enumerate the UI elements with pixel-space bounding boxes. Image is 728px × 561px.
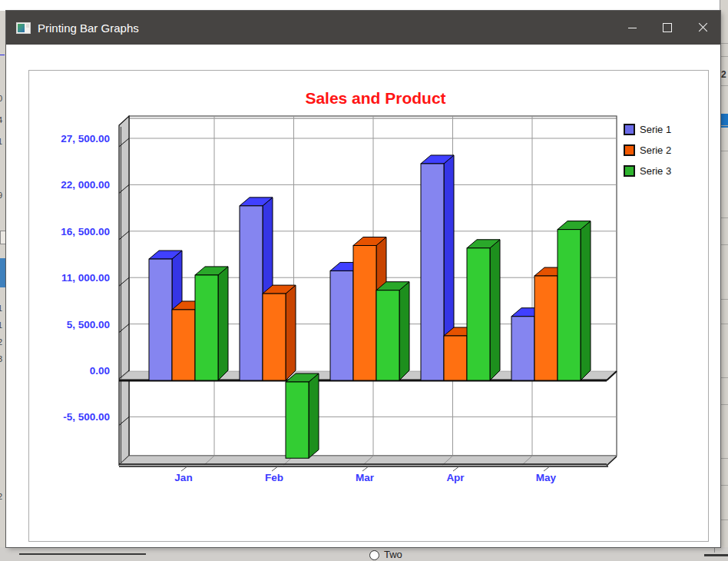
bar-serie1-Mar (330, 271, 353, 380)
background-divider-fragment (720, 85, 728, 86)
background-digit-fragment: 9 (0, 191, 2, 200)
window-controls (614, 11, 720, 45)
bar-serie2-Feb (263, 294, 286, 380)
legend-item: Serie 3 (624, 163, 671, 178)
background-window-left-sliver: 041911232 (0, 11, 6, 547)
titlebar[interactable]: Printing Bar Graphs (6, 11, 720, 45)
background-border-fragment (19, 553, 146, 555)
background-tick-fragment (714, 547, 715, 553)
plot-left-wall (119, 116, 129, 465)
background-divider-fragment (720, 125, 728, 126)
bar-side (309, 373, 319, 458)
background-divider-fragment (720, 244, 728, 245)
bar-side (218, 267, 228, 380)
legend-swatch (624, 165, 635, 177)
bar-side (399, 282, 409, 380)
background-radio-icon (369, 550, 379, 560)
y-axis-label: 11, 000.00 (61, 272, 110, 284)
background-digit-fragment: 1 (0, 304, 2, 313)
background-digit-fragment: 3 (0, 354, 2, 363)
background-digit-fragment: 1 (0, 137, 2, 146)
client-area: 27, 500.0022, 000.0016, 500.0011, 000.00… (6, 45, 720, 547)
background-selection-fragment (0, 258, 6, 287)
window-title: Printing Bar Graphs (38, 22, 139, 35)
maximize-icon (663, 23, 672, 32)
background-divider-fragment (720, 520, 728, 520)
x-axis-label: Jan (174, 472, 192, 483)
bar-serie1-Feb (240, 206, 263, 380)
bar-chart: 27, 500.0022, 000.0016, 500.0011, 000.00… (6, 45, 720, 547)
bar-serie2-Jan (172, 310, 195, 380)
background-digit-fragment: 0 (0, 94, 2, 103)
chart-title: Sales and Product (305, 89, 445, 107)
legend-label: Serie 1 (640, 124, 671, 135)
bar-serie2-Apr (444, 336, 467, 380)
screen: 041911232 2 Two Printing Bar Graphs 27, … (0, 0, 728, 561)
bar-side (286, 285, 296, 380)
background-divider-fragment (720, 56, 728, 57)
bar-serie3-Mar (376, 290, 399, 380)
bar-serie2-May (534, 276, 558, 380)
background-digit-fragment: 2 (0, 337, 2, 347)
background-divider-fragment (720, 217, 728, 218)
chart-legend: Serie 1Serie 2Serie 3 (624, 121, 671, 184)
legend-swatch (624, 124, 635, 135)
legend-label: Serie 3 (640, 165, 671, 177)
y-axis-label: -5, 500.00 (63, 411, 110, 423)
background-divider-fragment (720, 299, 728, 300)
background-window-bottom-sliver: Two (0, 547, 728, 561)
background-divider-fragment (720, 377, 728, 378)
bar-serie1-May (511, 317, 534, 380)
bar-serie1-Jan (149, 259, 172, 380)
maximize-button[interactable] (650, 11, 685, 45)
legend-swatch (624, 144, 635, 156)
bar-serie3-May (558, 230, 581, 380)
bar-serie3-Feb (286, 382, 309, 458)
legend-item: Serie 2 (624, 142, 671, 158)
x-axis-label: Apr (446, 472, 465, 483)
background-digit-fragment: 4 (0, 115, 2, 124)
bar-serie3-Jan (195, 275, 218, 380)
app-icon (16, 22, 31, 34)
background-link-fragment (0, 45, 5, 55)
y-axis-label: 5, 500.00 (67, 319, 110, 330)
background-divider-fragment (720, 404, 728, 405)
bar-serie3-Apr (467, 248, 490, 380)
bar-side (490, 240, 500, 380)
background-window-right-sliver: 2 (720, 0, 728, 561)
close-button[interactable] (685, 11, 720, 45)
y-axis-label: 16, 500.00 (61, 226, 110, 237)
background-divider-fragment (720, 458, 728, 459)
background-button-fragment (0, 231, 6, 244)
minimize-icon (628, 28, 637, 28)
x-axis-label: Feb (265, 472, 283, 483)
bar-side (581, 221, 591, 380)
legend-label: Serie 2 (640, 144, 671, 156)
background-radio-label: Two (384, 549, 402, 560)
background-digit-fragment: 2 (0, 492, 2, 501)
background-divider-fragment (720, 324, 728, 324)
background-divider-fragment (720, 485, 728, 486)
background-divider-fragment (720, 43, 728, 44)
background-border-fragment-right (704, 554, 728, 556)
y-axis-label: 27, 500.00 (61, 133, 110, 144)
legend-item: Serie 1 (624, 121, 671, 137)
y-axis-label: 0.00 (90, 365, 110, 377)
bar-serie1-Apr (421, 164, 444, 380)
printing-bar-graphs-window: Printing Bar Graphs 27, 500.0022, 000.00… (6, 11, 720, 547)
background-text-fragment: 2 (721, 69, 726, 80)
background-digit-fragment: 1 (0, 320, 2, 330)
x-axis-label: May (536, 472, 557, 483)
x-axis-label: Mar (356, 472, 375, 483)
background-divider-fragment (720, 151, 728, 151)
minimize-button[interactable] (614, 11, 650, 45)
bar-serie2-Mar (353, 245, 376, 380)
y-axis-label: 22, 000.00 (61, 179, 110, 191)
close-icon (697, 22, 708, 33)
